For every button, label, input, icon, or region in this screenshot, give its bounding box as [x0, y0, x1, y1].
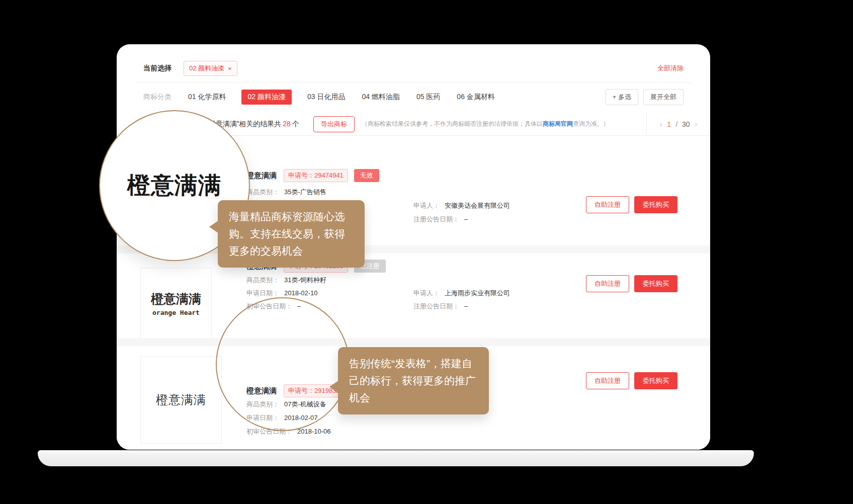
category-actions: + 多选 展开全部 [606, 89, 684, 105]
self-register-button[interactable]: 自助注册 [586, 275, 629, 292]
detail-label: 商品类别： [246, 185, 279, 199]
next-page-chevron-icon[interactable]: › [695, 119, 698, 129]
callout-tooltip-trade: 海量精品商标资源随心选购。支持在线交易，获得更多的交易机会 [218, 200, 365, 268]
current-selection-bar: 当前选择 02 颜料油漆 × 全部清除 [143, 61, 684, 76]
detail-label: 商品类别： [246, 274, 279, 287]
prev-page-chevron-icon[interactable]: ‹ [660, 119, 663, 129]
detail-value: 上海雨步实业有限公司 [445, 287, 510, 300]
application-number-badge: 申请号：29474941 [284, 169, 348, 182]
tooltip-text: 海量精品商标资源随心选购。支持在线交易，获得更多的交易机会 [229, 211, 345, 257]
detail-label: 注册公告日期： [413, 212, 459, 226]
entrust-buy-button[interactable]: 委托购买 [634, 372, 677, 389]
self-register-button[interactable]: 自助注册 [586, 196, 629, 213]
self-register-button[interactable]: 自助注册 [586, 372, 629, 389]
tooltip-text: 告别传统“发表格”，搭建自己的标行，获得更多的推广机会 [349, 358, 476, 403]
page: 当前选择 02 颜料油漆 × 全部清除 商标分类 01 化学原料 02 颜料油漆… [0, 0, 853, 504]
filter-tag[interactable]: 02 颜料油漆 × [184, 61, 237, 76]
clear-all-link[interactable]: 全部清除 [657, 64, 684, 73]
card-actions: 自助注册 委托购买 [586, 196, 677, 213]
trademark-card: 橙意满满 orange Heart 橙意满满 申请号：29482153 已注册 … [117, 254, 710, 338]
detail-value: – [464, 300, 468, 313]
trademark-image-text: 橙意满满 [156, 392, 206, 408]
entrust-buy-button[interactable]: 委托购买 [634, 196, 677, 213]
category-item-04[interactable]: 04 燃料油脂 [362, 93, 399, 102]
category-item-01[interactable]: 01 化学原料 [188, 93, 226, 102]
pagination-total: 30 [682, 120, 690, 128]
pagination-separator: / [675, 120, 677, 128]
category-item-05[interactable]: 05 医药 [416, 93, 440, 102]
card-title-row: 橙意满满 申请号：29474941 无效 [246, 169, 379, 182]
tooltip-arrow-icon [209, 220, 219, 233]
detail-value: – [464, 212, 468, 226]
results-disclaimer: （商标检索结果仅供参考，不作为商标能否注册的法律依据；具体以商标局官网查询为准。… [362, 120, 609, 128]
trademark-image-subtext: orange Heart [152, 309, 200, 316]
entrust-buy-button[interactable]: 委托购买 [634, 275, 677, 292]
close-icon[interactable]: × [228, 65, 232, 72]
category-item-02-selected[interactable]: 02 颜料油漆 [241, 90, 291, 105]
magnified-trademark-text: 橙意满满 [127, 170, 222, 201]
category-item-06[interactable]: 06 金属材料 [457, 93, 494, 102]
pagination: ‹ 1 / 30 › [646, 113, 710, 135]
results-count: 28 [283, 120, 291, 128]
status-badge: 无效 [354, 169, 379, 182]
detail-label: 申请人： [413, 287, 440, 300]
pagination-current: 1 [667, 120, 671, 128]
trademark-office-link[interactable]: 商标局官网 [543, 120, 573, 127]
disclaimer-text-pre: （商标检索结果仅供参考，不作为商标能否注册的法律依据；具体以 [362, 120, 543, 127]
trademark-image: 橙意满满 orange Heart [140, 268, 212, 339]
category-bar-label: 商标分类 [143, 93, 172, 102]
dashed-divider [136, 82, 691, 83]
detail-label: 注册公告日期： [413, 300, 459, 313]
tooltip-arrow-icon [329, 380, 339, 393]
current-selection-label: 当前选择 [143, 64, 172, 73]
callout-tooltip-promote: 告别传统“发表格”，搭建自己的标行，获得更多的推广机会 [338, 347, 489, 414]
trademark-name: 橙意满满 [246, 171, 277, 181]
card-actions: 自助注册 委托购买 [586, 372, 677, 389]
detail-label: 申请人： [413, 199, 440, 212]
results-summary-suffix: 个 [292, 120, 299, 128]
disclaimer-text-post: 查询为准。） [573, 120, 609, 127]
detail-value: 31类-饲料种籽 [284, 274, 326, 287]
card-actions: 自助注册 委托购买 [586, 275, 677, 292]
multi-select-button[interactable]: + 多选 [606, 89, 638, 105]
detail-value: 安徽美达会展有限公司 [445, 199, 510, 212]
detail-value: 35类-广告销售 [284, 185, 326, 199]
filter-tag-label: 02 颜料油漆 [189, 64, 224, 73]
category-item-03[interactable]: 03 日化用品 [307, 93, 345, 102]
expand-all-button[interactable]: 展开全部 [643, 89, 684, 105]
magnifier-ring [216, 297, 350, 431]
export-trademarks-button[interactable]: 导出商标 [313, 116, 355, 132]
trademark-image: 橙意满满 [140, 356, 222, 444]
category-bar: 商标分类 01 化学原料 02 颜料油漆 03 日化用品 04 燃料油脂 05 … [143, 90, 684, 105]
laptop-base [38, 450, 754, 466]
trademark-image-text: 橙意满满 [151, 291, 201, 307]
